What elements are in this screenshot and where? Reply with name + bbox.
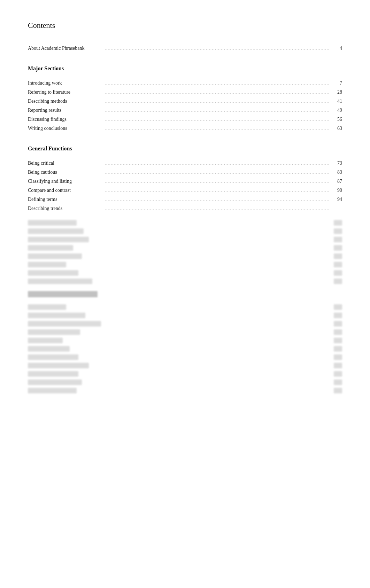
general-label-5: Describing trends (28, 204, 105, 213)
major-label-3: Reporting results (28, 106, 105, 115)
major-dots-0 (105, 79, 330, 88)
blurred-row-2-5 (28, 346, 342, 352)
general-label-2: Classifying and listing (28, 177, 105, 186)
major-section-item-2: Describing methods 41 (28, 97, 342, 106)
general-dots-3 (105, 186, 330, 195)
blurred-section-2 (28, 304, 342, 393)
general-label-0: Being critical (28, 159, 105, 168)
major-label-2: Describing methods (28, 97, 105, 106)
major-page-0: 7 (330, 79, 342, 88)
blurred-row-1-3 (28, 245, 342, 251)
major-section-item-4: Discussing findings 56 (28, 115, 342, 124)
blurred-row-2-10 (28, 388, 342, 393)
general-label-4: Defining terms (28, 195, 105, 204)
major-dots-3 (105, 106, 330, 115)
major-page-5: 63 (330, 124, 342, 133)
major-section-item-0: Introducing work 7 (28, 79, 342, 88)
major-label-1: Referring to literature (28, 88, 105, 97)
major-section-item-5: Writing conclusions 63 (28, 124, 342, 133)
general-dots-1 (105, 168, 330, 177)
blurred-row-1-7 (28, 279, 342, 284)
major-section-item-3: Reporting results 49 (28, 106, 342, 115)
blurred-row-2-9 (28, 379, 342, 385)
general-item-0: Being critical 73 (28, 159, 342, 168)
major-page-3: 49 (330, 106, 342, 115)
general-page-3: 90 (330, 186, 342, 195)
general-label-3: Compare and contrast (28, 186, 105, 195)
general-item-5: Describing trends (28, 204, 342, 213)
general-functions-heading: General Functions (28, 146, 342, 152)
major-page-1: 28 (330, 88, 342, 97)
general-dots-0 (105, 159, 330, 168)
major-sections-list: Introducing work 7 Referring to literatu… (28, 79, 342, 133)
major-section-item-1: Referring to literature 28 (28, 88, 342, 97)
blurred-section-1 (28, 220, 342, 284)
general-item-3: Compare and contrast 90 (28, 186, 342, 195)
blurred-row-1-2 (28, 237, 342, 242)
general-item-4: Defining terms 94 (28, 195, 342, 204)
general-label-1: Being cautious (28, 168, 105, 177)
blurred-row-2-8 (28, 371, 342, 377)
general-page-0: 73 (330, 159, 342, 168)
general-page-1: 83 (330, 168, 342, 177)
major-dots-2 (105, 97, 330, 106)
blurred-row-2-6 (28, 354, 342, 360)
blurred-row-1-1 (28, 228, 342, 234)
about-page: 4 (330, 44, 342, 53)
blurred-row-2-0 (28, 304, 342, 310)
about-label: About Academic Phrasebank (28, 44, 105, 53)
general-dots-4 (105, 195, 330, 204)
general-item-2: Classifying and listing 87 (28, 177, 342, 186)
major-sections-heading: Major Sections (28, 65, 342, 72)
major-label-0: Introducing work (28, 79, 105, 88)
blurred-heading (28, 291, 98, 297)
blurred-row-2-3 (28, 329, 342, 335)
blurred-row-2-2 (28, 321, 342, 327)
blurred-row-1-0 (28, 220, 342, 226)
major-page-2: 41 (330, 97, 342, 106)
major-dots-5 (105, 124, 330, 133)
general-item-1: Being cautious 83 (28, 168, 342, 177)
major-label-5: Writing conclusions (28, 124, 105, 133)
major-dots-1 (105, 88, 330, 97)
general-page-4: 94 (330, 195, 342, 204)
blurred-row-2-7 (28, 363, 342, 368)
blurred-row-2-4 (28, 338, 342, 343)
about-entry: About Academic Phrasebank 4 (28, 44, 342, 53)
major-dots-4 (105, 115, 330, 124)
blurred-row-1-4 (28, 253, 342, 259)
general-functions-list: Being critical 73 Being cautious 83 Clas… (28, 159, 342, 213)
general-dots-5 (105, 204, 330, 213)
about-dots (105, 44, 330, 53)
general-dots-2 (105, 177, 330, 186)
blurred-row-1-5 (28, 262, 342, 267)
major-label-4: Discussing findings (28, 115, 105, 124)
blurred-row-1-6 (28, 270, 342, 276)
page-title: Contents (28, 21, 342, 30)
major-page-4: 56 (330, 115, 342, 124)
blurred-row-2-1 (28, 313, 342, 318)
general-page-2: 87 (330, 177, 342, 186)
